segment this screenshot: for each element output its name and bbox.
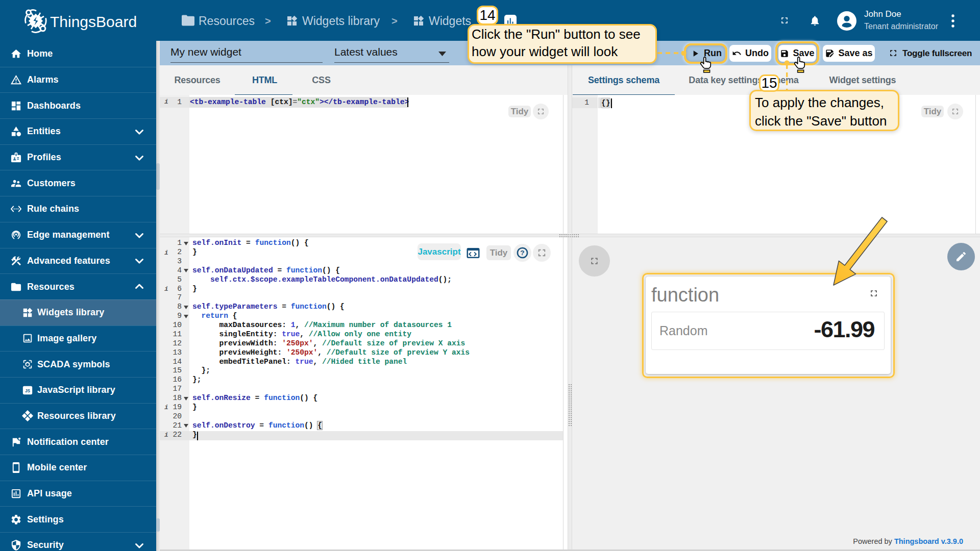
svg-text:?: ? bbox=[520, 249, 524, 257]
svg-text:JS: JS bbox=[25, 389, 31, 393]
